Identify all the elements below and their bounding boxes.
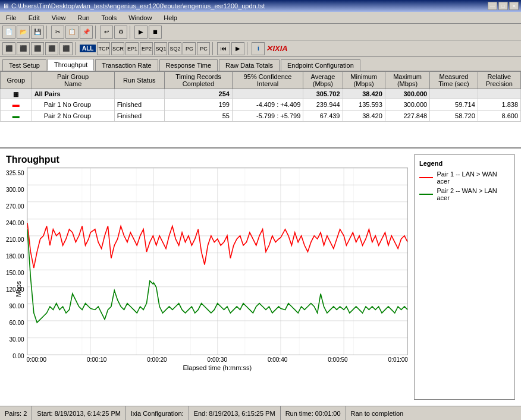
menu-window[interactable]: Window	[125, 13, 155, 23]
col-header-minimum: Minimum(Mbps)	[343, 72, 385, 89]
copy-button[interactable]: 📋	[65, 26, 79, 39]
cell-relative-precision: 8.600	[478, 110, 520, 122]
cell-confidence-interval: -4.409 : +4.409	[232, 99, 303, 110]
tb2-btn3[interactable]: ⬛	[31, 42, 44, 55]
cell-minimum: 38.420	[343, 89, 385, 99]
cell-minimum: 38.420	[343, 110, 385, 122]
menu-file[interactable]: File	[2, 13, 20, 23]
nav-btn1[interactable]: ⏮	[217, 42, 230, 55]
tab-test-setup[interactable]: Test Setup	[2, 59, 46, 71]
maximize-button[interactable]: □	[498, 2, 508, 10]
menu-help[interactable]: Help	[160, 13, 181, 23]
y-tick: 270.00	[6, 203, 24, 210]
y-axis-label: Mbps	[15, 281, 22, 297]
cell-timing-records: 254	[165, 89, 233, 99]
cell-timing-records: 199	[165, 99, 233, 110]
x-tick: 0:00:50	[328, 356, 347, 363]
col-header-run-status: Run Status	[114, 72, 164, 89]
menu-run[interactable]: Run	[74, 13, 93, 23]
y-tick: 150.00	[6, 270, 24, 276]
x-axis: 0:00:00 0:00:10 0:00:20 0:00:30 0:00:40 …	[27, 355, 408, 363]
start-label: Start: 8/19/2013, 6:14:25 PM	[37, 410, 121, 417]
cell-confidence-interval	[232, 89, 303, 99]
cell-measured-time: 59.714	[430, 99, 478, 110]
menu-bar: File Edit View Run Tools Window Help	[0, 12, 521, 24]
legend-color-pair1	[419, 177, 433, 178]
open-button[interactable]: 📂	[17, 26, 30, 39]
cell-relative-precision	[478, 89, 520, 99]
chart-area: Throughput 325.50 300.00 270.00 240.00 2…	[0, 149, 521, 406]
pc-btn[interactable]: PC	[197, 42, 210, 55]
legend-color-pair2	[419, 194, 433, 195]
cell-confidence-interval: -5.799 : +5.799	[232, 110, 303, 122]
all-label[interactable]: ALL	[80, 45, 96, 52]
cell-group: ▬	[1, 99, 32, 110]
undo-button[interactable]: ↩	[100, 26, 113, 39]
chart-svg	[27, 168, 408, 355]
tb2-btn4[interactable]: ⬛	[45, 42, 58, 55]
menu-tools[interactable]: Tools	[98, 13, 121, 23]
cell-maximum: 227.848	[385, 110, 429, 122]
cell-pair-group-name: All Pairs	[32, 89, 114, 99]
tab-transaction-rate[interactable]: Transaction Rate	[95, 59, 158, 71]
main-content: Group Pair GroupName Run Status Timing R…	[0, 71, 521, 406]
ep1-btn[interactable]: EP1	[125, 42, 139, 55]
minimize-button[interactable]: —	[488, 2, 497, 10]
cell-measured-time	[430, 89, 478, 99]
chart-container: Throughput 325.50 300.00 270.00 240.00 2…	[6, 154, 408, 400]
tb2-btn5[interactable]: ⬛	[59, 42, 73, 55]
status-completion: Ran to completion	[346, 406, 521, 420]
run-button[interactable]: ▶	[134, 26, 147, 39]
y-tick: 0.00	[12, 353, 24, 359]
close-button[interactable]: ✕	[509, 2, 519, 10]
pg-btn[interactable]: PG	[183, 42, 196, 55]
tab-endpoint-configuration[interactable]: Endpoint Configuration	[281, 59, 360, 71]
cell-group: ▦	[1, 89, 32, 99]
tab-response-time[interactable]: Response Time	[159, 59, 218, 71]
col-header-pair-group-name: Pair GroupName	[32, 72, 114, 89]
cell-timing-records: 55	[165, 110, 233, 122]
cell-pair-group-name: Pair 2 No Group	[32, 110, 114, 122]
tab-raw-data-totals[interactable]: Raw Data Totals	[219, 59, 280, 71]
info-btn[interactable]: i	[252, 42, 265, 55]
status-end: End: 8/19/2013, 6:15:25 PM	[189, 406, 281, 420]
run-time-label: Run time: 00:01:00	[285, 410, 341, 417]
legend-item-pair1: Pair 1 -- LAN > WAN acer	[419, 170, 510, 185]
x-tick: 0:00:40	[268, 356, 287, 363]
new-button[interactable]: 📄	[2, 26, 15, 39]
x-axis-label: Elapsed time (h:mm:ss)	[27, 364, 408, 371]
paste-button[interactable]: 📌	[80, 26, 93, 39]
settings-button[interactable]: ⚙	[114, 26, 127, 39]
chart-title: Throughput	[6, 154, 408, 165]
scr-btn[interactable]: SCR	[111, 42, 124, 55]
menu-view[interactable]: View	[48, 13, 70, 23]
col-header-measured-time: MeasuredTime (sec)	[430, 72, 478, 89]
col-header-group: Group	[1, 72, 32, 89]
nav-btn2[interactable]: ▶	[231, 42, 244, 55]
ep2-btn[interactable]: EP2	[140, 42, 153, 55]
x-tick: 0:00:00	[27, 356, 46, 363]
cell-run-status	[114, 89, 164, 99]
titlebar-left: 🖥 C:\Users\Tim\Desktop\wlan_tests\engeni…	[2, 2, 265, 10]
x-tick: 0:00:10	[87, 356, 106, 363]
menu-edit[interactable]: Edit	[25, 13, 43, 23]
titlebar-right: — □ ✕	[488, 2, 519, 10]
y-tick: 180.00	[6, 253, 24, 260]
y-tick: 30.00	[10, 336, 24, 343]
tb2-btn2[interactable]: ⬛	[17, 42, 30, 55]
cell-measured-time: 58.720	[430, 110, 478, 122]
cell-relative-precision: 1.838	[478, 99, 520, 110]
sq2-btn[interactable]: SQ2	[168, 42, 181, 55]
x-tick: 0:00:30	[208, 356, 227, 363]
cut-button[interactable]: ✂	[51, 26, 64, 39]
ixia-label: Ixia Configuration:	[131, 410, 184, 417]
tcp-btn[interactable]: TCP	[97, 42, 110, 55]
y-tick: 325.50	[6, 170, 24, 176]
tab-throughput[interactable]: Throughput	[48, 59, 94, 71]
tb2-btn1[interactable]: ⬛	[2, 42, 15, 55]
stop-button[interactable]: ⏹	[149, 26, 162, 39]
col-header-timing-records: Timing RecordsCompleted	[165, 72, 233, 89]
save-button[interactable]: 💾	[31, 26, 44, 39]
separator-3	[130, 26, 132, 39]
sq1-btn[interactable]: SQ1	[154, 42, 167, 55]
